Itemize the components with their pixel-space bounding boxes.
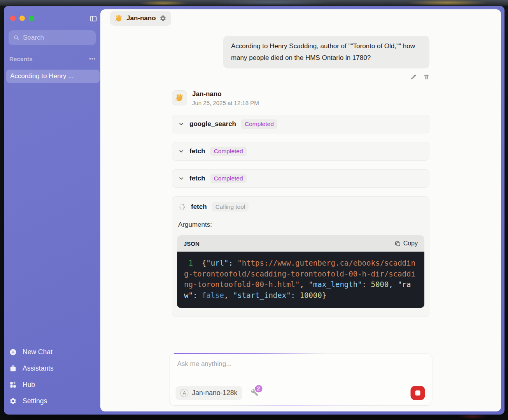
code-language-label: JSON <box>184 240 200 247</box>
chat-item-label: According to Henry ... <box>10 72 74 80</box>
recents-section: Recents ••• <box>9 56 96 62</box>
window-controls <box>10 16 34 21</box>
model-avatar: A <box>180 389 189 397</box>
close-window-button[interactable] <box>10 16 16 21</box>
chat-input[interactable]: Ask me anything... <box>170 354 432 374</box>
wave-emoji-icon <box>175 93 184 102</box>
recents-menu-icon[interactable]: ••• <box>89 56 96 62</box>
hub-blocks-icon <box>9 381 17 388</box>
tool-call-fetch-2[interactable]: fetch Completed <box>172 169 429 188</box>
stop-button[interactable] <box>411 386 425 400</box>
tool-call-header[interactable]: fetch Calling tool <box>177 199 424 215</box>
tool-status-badge: Completed <box>210 147 247 156</box>
assistant-message-header: Jan-nano Jun 25, 2025 at 12:18 PM <box>172 90 429 106</box>
chevron-down-icon <box>178 175 184 182</box>
tools-button[interactable]: 2 <box>250 388 259 398</box>
tool-call-fetch-1[interactable]: fetch Completed <box>172 142 429 161</box>
sidebar-item-hub[interactable]: Hub <box>9 379 54 390</box>
zoom-window-button[interactable] <box>29 16 34 21</box>
chat-scroll-area[interactable]: According to Henry Scadding, author of "… <box>100 9 501 353</box>
assistant-name: Jan-nano <box>192 90 259 98</box>
gear-icon <box>9 397 17 405</box>
copy-button[interactable]: Copy <box>395 240 418 247</box>
trash-icon <box>423 74 429 80</box>
generating-progress-line-bottom <box>233 405 380 406</box>
user-message: According to Henry Scadding, author of "… <box>223 36 429 68</box>
assistants-icon <box>9 365 17 372</box>
tool-status-badge: Calling tool <box>212 202 249 212</box>
sidebar-bottom-nav: New Chat Assistants Hub S <box>9 346 54 407</box>
message-actions <box>410 74 429 80</box>
sidebar-item-settings[interactable]: Settings <box>9 396 54 407</box>
chevron-down-icon <box>178 148 184 154</box>
model-selector[interactable]: A Jan-nano-128k <box>176 386 242 400</box>
tool-call-google-search[interactable]: google_search Completed <box>172 115 429 133</box>
edit-message-button[interactable] <box>410 74 417 80</box>
message-timestamp: Jun 25, 2025 at 12:18 PM <box>192 100 259 106</box>
app-window: Search Recents ••• According to Henry ..… <box>4 6 504 415</box>
sidebar-item-new-chat[interactable]: New Chat <box>9 346 54 358</box>
tool-status-badge: Completed <box>241 119 277 129</box>
delete-message-button[interactable] <box>423 74 429 80</box>
arguments-label: Arguments: <box>178 221 424 229</box>
code-block-header: JSON Copy <box>177 235 424 252</box>
main-panel: Jan-nano According to Henry Scadding, au… <box>100 9 501 411</box>
tool-call-fetch-active: fetch Calling tool Arguments: JSON Copy <box>172 196 429 317</box>
copy-icon <box>395 241 401 247</box>
tool-count-badge: 2 <box>254 384 263 393</box>
pencil-icon <box>410 74 417 80</box>
sidebar-item-current-chat[interactable]: According to Henry ... <box>6 70 100 83</box>
search-input[interactable]: Search <box>9 30 96 45</box>
composer-toolbar: A Jan-nano-128k 2 <box>176 386 425 400</box>
model-name: Jan-nano-128k <box>192 389 238 397</box>
composer: Ask me anything... A Jan-nano-128k 2 <box>169 353 433 406</box>
chevron-down-icon <box>178 121 184 127</box>
json-arguments: 1 {"url": "https://www.gutenberg.ca/eboo… <box>184 259 415 299</box>
minimize-window-button[interactable] <box>19 16 25 21</box>
code-block: JSON Copy 1 {"url": "https://www.gutenbe… <box>177 235 424 308</box>
assistant-avatar <box>172 90 187 105</box>
sidebar: Search Recents ••• According to Henry ..… <box>4 6 100 415</box>
recents-heading: Recents <box>9 56 33 62</box>
search-placeholder: Search <box>23 34 44 42</box>
sidebar-toggle-icon[interactable] <box>89 15 97 23</box>
stop-icon <box>415 390 420 396</box>
spinner-icon <box>178 203 186 211</box>
sidebar-item-assistants[interactable]: Assistants <box>9 363 54 374</box>
code-content[interactable]: 1 {"url": "https://www.gutenberg.ca/eboo… <box>177 252 424 308</box>
plus-circle-icon <box>9 348 17 356</box>
search-icon <box>13 35 19 41</box>
tool-status-badge: Completed <box>210 174 247 183</box>
generating-progress-line <box>174 353 327 354</box>
